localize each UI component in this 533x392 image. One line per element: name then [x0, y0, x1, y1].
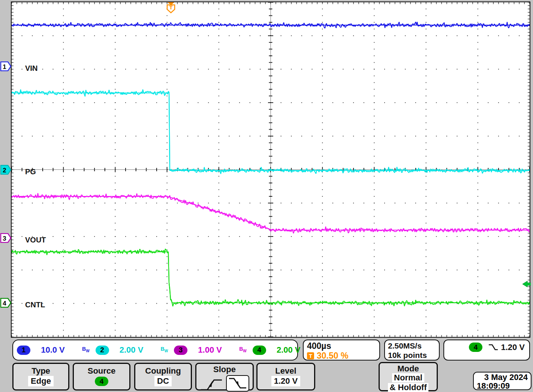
- acquisition-readout: 2.50MS/s 10k points: [384, 340, 440, 361]
- channel2-trace-label: PG: [25, 168, 36, 176]
- graticule-and-traces: [12, 2, 530, 337]
- type-button-value: Edge: [28, 376, 54, 386]
- level-button-value: 1.20 V: [271, 376, 301, 386]
- trigger-readout: 4 1.20 V: [443, 340, 530, 361]
- channel2-scale: 2.00 V: [116, 345, 147, 355]
- trigger-source-badge: 4: [469, 343, 482, 352]
- source-button[interactable]: Source 4: [73, 363, 130, 391]
- channel1-bandwidth-icon: BW: [82, 346, 90, 354]
- channel-scale-readout-bar: 1 10.0 V BW 2 2.00 V BW 3 1.00 V BW 4 2.…: [12, 340, 298, 361]
- channel2-badge: 2: [96, 346, 109, 355]
- coupling-button-value: DC: [154, 376, 172, 386]
- slope-falling-selected-box[interactable]: [226, 375, 249, 392]
- channel3-scale: 1.00 V: [194, 345, 226, 355]
- slope-button[interactable]: Slope: [195, 363, 254, 391]
- trigger-position-marker[interactable]: T: [166, 2, 176, 13]
- channel2-marker-digit: 2: [3, 167, 6, 174]
- time-text: 18:09:09: [477, 382, 528, 390]
- source-button-title: Source: [74, 366, 129, 376]
- channel1-readout: 1 10.0 V BW: [17, 345, 90, 355]
- channel1-ground-marker[interactable]: 1: [0, 61, 12, 71]
- timebase-readout: 400µs T 30.50 %: [303, 340, 380, 361]
- level-button-title: Level: [258, 366, 314, 376]
- channel2-readout: 2 2.00 V BW: [96, 345, 168, 355]
- trigger-position-letter: T: [169, 4, 172, 10]
- channel3-trace-label: VOUT: [25, 236, 46, 244]
- channel2-ground-marker[interactable]: 2: [0, 165, 12, 175]
- waveform-display: T VIN PG VOUT CNTL: [11, 1, 530, 338]
- record-length: 10k points: [388, 350, 439, 360]
- trigger-position-percent: 30.50 %: [317, 351, 348, 361]
- type-button-title: Type: [13, 366, 68, 376]
- mode-button[interactable]: Mode Normal & Holdoff: [379, 362, 438, 391]
- coupling-button-title: Coupling: [135, 366, 191, 376]
- channel4-scale: 2.00 V: [273, 345, 304, 355]
- channel3-bandwidth-icon: BW: [239, 346, 247, 354]
- channel4-marker-digit: 4: [3, 300, 6, 307]
- channel4-trace-label: CNTL: [25, 301, 45, 309]
- channel1-marker-digit: 1: [3, 63, 6, 70]
- mode-button-value2: & Holdoff: [388, 383, 429, 392]
- channel1-badge: 1: [17, 346, 30, 355]
- slope-rising-icon[interactable]: [200, 377, 223, 392]
- timebase-value: 400µs: [307, 341, 379, 351]
- mode-button-title: Mode: [380, 364, 437, 373]
- level-button[interactable]: Level 1.20 V: [256, 363, 315, 391]
- channel3-badge: 3: [174, 346, 187, 355]
- trigger-icon: T: [307, 352, 314, 359]
- sample-rate: 2.50MS/s: [388, 341, 439, 350]
- source-button-channel-badge: 4: [95, 377, 108, 386]
- trigger-slope-falling-icon: [488, 343, 499, 352]
- slope-falling-icon: [228, 377, 247, 390]
- channel3-marker-digit: 3: [3, 235, 6, 242]
- slope-button-title: Slope: [196, 365, 253, 374]
- date-text: 3 May 2024: [477, 373, 528, 382]
- channel1-trace-label: VIN: [25, 64, 37, 73]
- channel4-ground-marker[interactable]: 4: [0, 298, 12, 308]
- channel4-badge: 4: [253, 346, 266, 355]
- trigger-level-arrow-icon[interactable]: [523, 280, 531, 288]
- channel2-bandwidth-icon: BW: [161, 346, 168, 354]
- mode-button-value1: Normal: [392, 373, 424, 382]
- channel1-scale: 10.0 V: [37, 345, 69, 355]
- channel3-readout: 3 1.00 V BW: [174, 345, 247, 355]
- coupling-button[interactable]: Coupling DC: [134, 363, 192, 391]
- type-button[interactable]: Type Edge: [12, 363, 69, 391]
- datetime-display: 3 May 2024 18:09:09: [473, 372, 532, 390]
- channel3-ground-marker[interactable]: 3: [0, 233, 12, 243]
- trigger-level-value: 1.20 V: [501, 343, 525, 352]
